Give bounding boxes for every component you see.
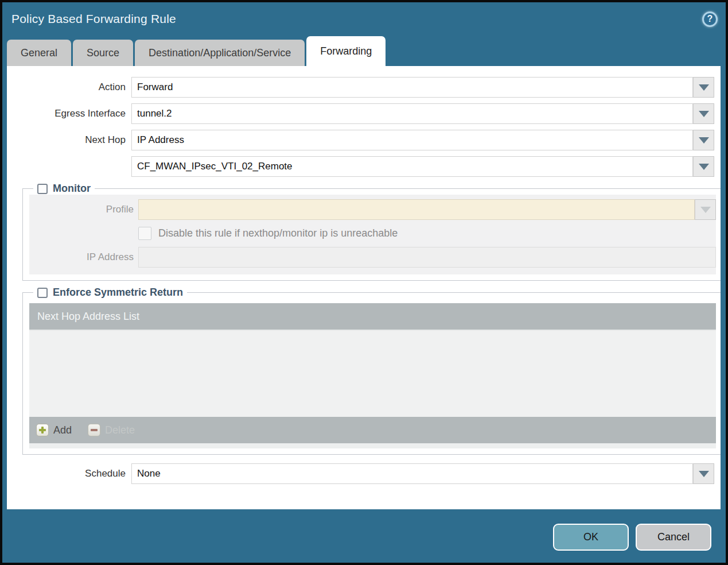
chevron-down-icon	[699, 471, 709, 477]
action-label: Action	[13, 82, 126, 93]
enforce-legend: Enforce Symmetric Return	[33, 287, 187, 299]
next-hop-address-row	[13, 156, 714, 177]
profile-dropdown-button	[695, 199, 716, 220]
column-header-label: Next Hop Address List	[37, 311, 139, 323]
dialog-title: Policy Based Forwarding Rule	[11, 12, 176, 26]
tab-forwarding[interactable]: Forwarding	[306, 36, 386, 66]
help-glyph: ?	[707, 14, 713, 24]
schedule-input[interactable]	[131, 463, 693, 484]
policy-based-forwarding-dialog: Policy Based Forwarding Rule ? General S…	[0, 0, 728, 565]
add-button[interactable]: Add	[36, 424, 72, 436]
profile-row: Profile	[29, 199, 716, 220]
monitor-legend-label: Monitor	[53, 183, 91, 195]
tab-bar: General Source Destination/Application/S…	[2, 36, 726, 66]
monitor-ip-address-wrap	[138, 247, 716, 268]
schedule-dropdown-button[interactable]	[693, 463, 714, 484]
minus-icon	[88, 424, 100, 436]
tab-source[interactable]: Source	[73, 40, 133, 66]
table-toolbar: Add Delete	[29, 417, 716, 443]
tab-label: General	[21, 47, 57, 59]
next-hop-address-combo	[131, 156, 714, 177]
dialog-titlebar: Policy Based Forwarding Rule ?	[2, 2, 726, 36]
schedule-row: Schedule	[13, 463, 714, 484]
add-button-label: Add	[53, 424, 72, 436]
disable-rule-checkbox	[138, 227, 151, 240]
next-hop-address-list-table: Next Hop Address List Add Delete	[29, 303, 716, 448]
enforce-symmetric-return-checkbox[interactable]	[37, 288, 48, 298]
next-hop-type-input[interactable]	[131, 130, 693, 150]
tab-label: Forwarding	[320, 45, 372, 57]
enforce-legend-label: Enforce Symmetric Return	[53, 287, 183, 299]
table-bottom-strip	[29, 443, 716, 448]
monitor-ip-address-label: IP Address	[29, 251, 134, 263]
cancel-button[interactable]: Cancel	[636, 524, 711, 551]
chevron-down-icon	[699, 137, 709, 144]
action-combo	[131, 77, 714, 98]
delete-button: Delete	[88, 424, 135, 436]
next-hop-address-list-body	[29, 331, 716, 417]
help-icon[interactable]: ?	[702, 11, 718, 27]
chevron-down-icon	[699, 111, 709, 117]
next-hop-address-input[interactable]	[131, 156, 693, 177]
plus-icon	[36, 424, 49, 436]
next-hop-address-list-header: Next Hop Address List	[29, 303, 716, 331]
chevron-down-icon	[700, 207, 711, 213]
tab-general[interactable]: General	[7, 40, 71, 66]
tab-content-forwarding: Action Egress Interface Next Hop	[7, 66, 721, 509]
monitor-checkbox[interactable]	[37, 184, 48, 194]
next-hop-combo	[131, 130, 714, 150]
monitor-ip-address-input	[138, 247, 716, 268]
disable-rule-row: Disable this rule if nexthop/monitor ip …	[29, 227, 716, 240]
profile-input	[138, 199, 695, 220]
tab-label: Source	[87, 47, 119, 59]
enforce-symmetric-return-section: Enforce Symmetric Return Next Hop Addres…	[22, 287, 721, 455]
profile-combo	[138, 199, 716, 220]
dialog-footer: OK Cancel	[2, 509, 726, 563]
egress-interface-dropdown-button[interactable]	[693, 103, 714, 124]
monitor-panel: Profile Disable this rule if nexthop/mon…	[29, 195, 716, 274]
action-input[interactable]	[131, 77, 693, 98]
action-row: Action	[13, 77, 714, 98]
egress-interface-row: Egress Interface	[13, 103, 714, 124]
monitor-legend: Monitor	[33, 183, 95, 195]
egress-interface-input[interactable]	[131, 103, 693, 124]
monitor-ip-address-row: IP Address	[29, 247, 716, 268]
action-dropdown-button[interactable]	[693, 77, 714, 98]
monitor-section: Monitor Profile Disable this rule if	[22, 183, 721, 281]
ok-button[interactable]: OK	[553, 524, 629, 551]
disable-rule-label: Disable this rule if nexthop/monitor ip …	[158, 227, 398, 239]
schedule-label: Schedule	[13, 468, 126, 479]
tab-label: Destination/Application/Service	[149, 47, 291, 59]
next-hop-row: Next Hop	[13, 130, 714, 150]
profile-label: Profile	[29, 204, 134, 215]
tab-destination-application-service[interactable]: Destination/Application/Service	[135, 40, 305, 66]
egress-interface-combo	[131, 103, 714, 124]
chevron-down-icon	[699, 164, 709, 170]
egress-interface-label: Egress Interface	[13, 108, 126, 119]
delete-button-label: Delete	[105, 424, 135, 436]
schedule-combo	[131, 463, 714, 484]
chevron-down-icon	[699, 84, 709, 91]
next-hop-label: Next Hop	[13, 134, 126, 146]
next-hop-dropdown-button[interactable]	[693, 130, 714, 150]
next-hop-address-dropdown-button[interactable]	[693, 156, 714, 177]
